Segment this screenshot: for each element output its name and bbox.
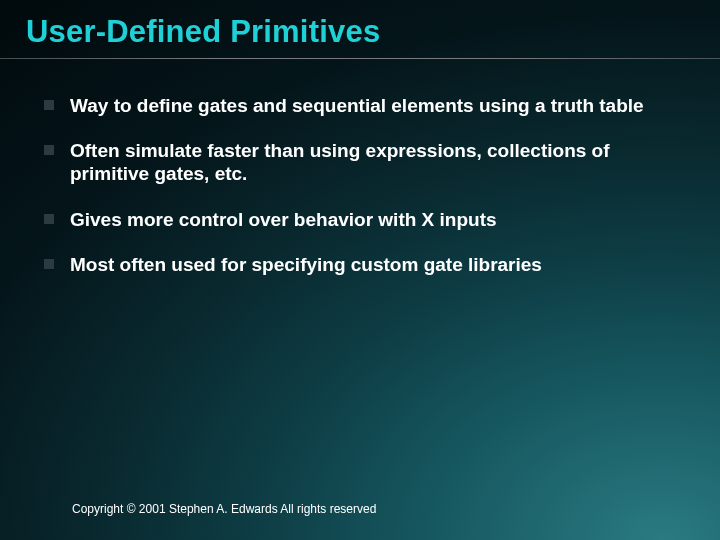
square-bullet-icon: [44, 100, 54, 110]
list-item: Often simulate faster than using express…: [44, 139, 680, 185]
title-underline: [0, 58, 720, 59]
square-bullet-icon: [44, 145, 54, 155]
slide-body: Way to define gates and sequential eleme…: [44, 94, 680, 298]
square-bullet-icon: [44, 214, 54, 224]
bullet-text: Gives more control over behavior with X …: [70, 208, 680, 231]
slide-title: User-Defined Primitives: [26, 14, 380, 50]
list-item: Way to define gates and sequential eleme…: [44, 94, 680, 117]
list-item: Gives more control over behavior with X …: [44, 208, 680, 231]
square-bullet-icon: [44, 259, 54, 269]
copyright-footer: Copyright © 2001 Stephen A. Edwards All …: [72, 502, 376, 516]
slide: User-Defined Primitives Way to define ga…: [0, 0, 720, 540]
bullet-text: Most often used for specifying custom ga…: [70, 253, 680, 276]
list-item: Most often used for specifying custom ga…: [44, 253, 680, 276]
bullet-text: Often simulate faster than using express…: [70, 139, 680, 185]
bullet-text: Way to define gates and sequential eleme…: [70, 94, 680, 117]
